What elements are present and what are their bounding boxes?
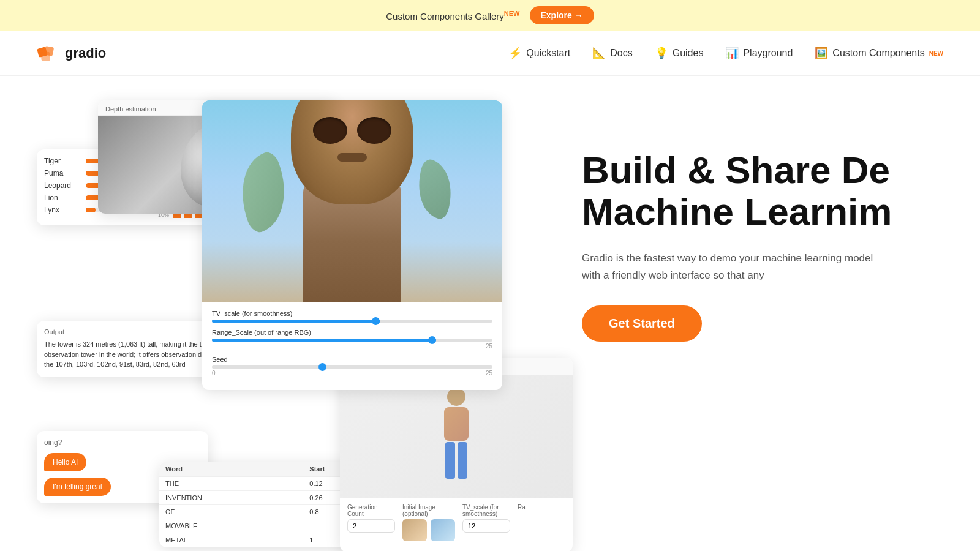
- nav-item-custom-components[interactable]: 🖼️ Custom ComponentsNEW: [815, 47, 943, 60]
- image-gen-card: TV_scale (for smoothness) Range_Scale (o…: [202, 100, 502, 390]
- img-optional-field: Initial Image (optional): [402, 504, 455, 541]
- groot-controls: TV_scale (for smoothness) Range_Scale (o…: [202, 302, 502, 390]
- seed-min: 0: [212, 370, 216, 377]
- nav-item-quickstart[interactable]: ⚡ Quickstart: [508, 47, 570, 60]
- nav-links: ⚡ Quickstart 📐 Docs 💡 Guides 📊 Playgroun…: [508, 47, 943, 60]
- figure-torso: [444, 407, 469, 441]
- ra-label: Ra: [518, 504, 565, 511]
- model-controls: Generation Count Initial Image (optional…: [340, 498, 573, 551]
- hero-section: Depth estimation Tiger Puma: [0, 76, 980, 551]
- seed-label: Seed: [212, 356, 492, 363]
- gen-count-input[interactable]: [347, 519, 395, 533]
- chat-question: oing?: [44, 438, 201, 447]
- model-figure: [432, 388, 481, 485]
- chat-bubble-hello: Hello AI: [44, 453, 86, 471]
- banner-text: Custom Components GalleryNEW: [386, 10, 519, 21]
- animal-label-lion: Lion: [44, 193, 81, 202]
- hero-title-line2: Machine Learnim: [582, 190, 892, 233]
- nav-item-playground[interactable]: 📊 Playground: [725, 47, 793, 60]
- img-optional-label: Initial Image (optional): [402, 504, 455, 517]
- groot-image: [202, 100, 502, 302]
- thumb-1: [402, 519, 427, 541]
- hero-title: Build & Share De Machine Learnim: [582, 149, 943, 233]
- guides-icon: 💡: [655, 47, 668, 60]
- navbar: gradio ⚡ Quickstart 📐 Docs 💡 Guides 📊 Pl…: [0, 31, 980, 76]
- demo-area: Depth estimation Tiger Puma: [37, 100, 557, 551]
- logo[interactable]: gradio: [37, 42, 106, 64]
- figure-leg-right: [458, 442, 467, 479]
- animal-label-puma: Puma: [44, 169, 81, 178]
- banner-main-text: Custom Components Gallery: [386, 11, 504, 21]
- thumb-2: [431, 519, 455, 541]
- gen-count-field: Generation Count: [347, 504, 395, 541]
- logo-icon: [37, 42, 59, 64]
- figure-legs: [445, 442, 467, 479]
- svg-rect-2: [41, 52, 51, 62]
- gen-count-label: Generation Count: [347, 504, 395, 517]
- quickstart-icon: ⚡: [508, 47, 522, 60]
- slider2-label: Range_Scale (out of range RBG): [212, 329, 492, 336]
- tv-scale-mini-input[interactable]: [462, 519, 510, 533]
- slider2-value: 25: [486, 343, 492, 350]
- banner-new-badge: NEW: [504, 10, 520, 17]
- animal-label-lynx: Lynx: [44, 206, 81, 214]
- tv-scale-mini-label: TV_scale (for smoothness): [462, 504, 510, 517]
- get-started-button[interactable]: Get Started: [582, 305, 702, 342]
- guides-label: Guides: [673, 48, 704, 59]
- slider-range-scale: Range_Scale (out of range RBG) 25: [212, 329, 492, 350]
- custom-components-icon: 🖼️: [815, 47, 828, 60]
- animal-label-tiger: Tiger: [44, 157, 81, 165]
- slider-seed: Seed 0 25: [212, 356, 492, 377]
- col-word: Word: [159, 462, 303, 477]
- logo-text: gradio: [65, 45, 106, 61]
- docs-label: Docs: [610, 48, 632, 59]
- nav-item-docs[interactable]: 📐 Docs: [592, 47, 632, 60]
- tv-scale-mini-field: TV_scale (for smoothness): [462, 504, 510, 541]
- slider1-label: TV_scale (for smoothness): [212, 310, 492, 317]
- top-banner: Custom Components GalleryNEW Explore →: [0, 0, 980, 31]
- custom-components-badge: NEW: [929, 50, 943, 57]
- hero-title-line1: Build & Share De: [582, 149, 890, 191]
- slider-tv-scale: TV_scale (for smoothness): [212, 310, 492, 323]
- hero-content: Build & Share De Machine Learnim Gradio …: [557, 100, 943, 342]
- playground-icon: 📊: [725, 47, 739, 60]
- explore-button[interactable]: Explore →: [530, 6, 594, 24]
- seed-max: 25: [486, 370, 492, 377]
- figure-leg-left: [445, 442, 455, 479]
- nav-item-guides[interactable]: 💡 Guides: [655, 47, 704, 60]
- playground-label: Playground: [743, 48, 793, 59]
- animal-label-leopard: Leopard: [44, 181, 81, 190]
- custom-components-label: Custom Components: [832, 48, 924, 59]
- quickstart-label: Quickstart: [526, 48, 570, 59]
- hero-description: Gradio is the fastest way to demo your m…: [582, 250, 888, 283]
- ra-field: Ra: [518, 504, 565, 541]
- figure-head: [447, 388, 466, 406]
- chat-bubble-feeling: I'm felling great: [44, 478, 111, 496]
- model-3d-view: [340, 375, 573, 498]
- docs-icon: 📐: [592, 47, 606, 60]
